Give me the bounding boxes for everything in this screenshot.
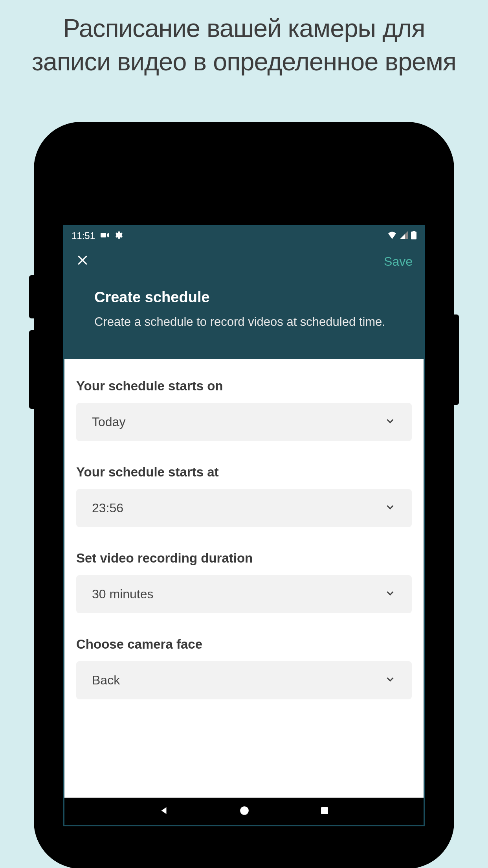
chevron-down-icon: [384, 501, 396, 515]
save-button[interactable]: Save: [384, 254, 416, 269]
phone-screen: 11:51: [63, 225, 425, 826]
form-group-start-date: Your schedule starts on Today: [76, 379, 412, 441]
gear-icon: [115, 231, 123, 241]
chevron-down-icon: [384, 415, 396, 428]
wifi-icon: [387, 231, 397, 241]
phone-frame: 11:51: [34, 122, 454, 868]
status-bar-right: [387, 231, 416, 241]
dropdown-value: 30 minutes: [92, 587, 154, 601]
battery-icon: [411, 231, 416, 241]
signal-icon: [400, 231, 408, 241]
camera-face-dropdown[interactable]: Back: [76, 661, 412, 699]
nav-back-button[interactable]: [159, 805, 169, 817]
form-group-start-time: Your schedule starts at 23:56: [76, 465, 412, 527]
page-subtitle: Create a schedule to record videos at sc…: [94, 313, 394, 331]
video-icon: [101, 232, 109, 240]
svg-rect-0: [101, 233, 106, 237]
form-group-duration: Set video recording duration 30 minutes: [76, 551, 412, 613]
form-label: Your schedule starts at: [76, 465, 412, 480]
dropdown-value: 23:56: [92, 501, 123, 515]
svg-point-5: [240, 806, 249, 815]
dropdown-value: Back: [92, 673, 120, 688]
duration-dropdown[interactable]: 30 minutes: [76, 575, 412, 613]
page-title: Create schedule: [94, 289, 394, 306]
chevron-down-icon: [384, 587, 396, 601]
form-group-camera-face: Choose camera face Back: [76, 637, 412, 699]
svg-rect-2: [411, 232, 416, 239]
phone-button-power: [454, 314, 459, 405]
status-bar-time: 11:51: [72, 230, 95, 241]
nav-home-button[interactable]: [239, 805, 250, 817]
start-time-dropdown[interactable]: 23:56: [76, 489, 412, 527]
form-label: Choose camera face: [76, 637, 412, 652]
promo-title: Расписание вашей камеры для записи видео…: [0, 0, 488, 86]
app-bar: Save: [64, 246, 424, 277]
dropdown-value: Today: [92, 415, 125, 429]
android-nav-bar: [64, 798, 424, 825]
form-label: Your schedule starts on: [76, 379, 412, 394]
phone-button-volume-2: [29, 330, 34, 409]
chevron-down-icon: [384, 673, 396, 687]
svg-rect-6: [321, 807, 328, 814]
status-bar-left: 11:51: [72, 230, 123, 241]
status-bar: 11:51: [64, 226, 424, 246]
form-label: Set video recording duration: [76, 551, 412, 566]
nav-recent-button[interactable]: [320, 806, 329, 817]
phone-button-volume: [29, 275, 34, 318]
header-section: Create schedule Create a schedule to rec…: [64, 277, 424, 359]
form-content: Your schedule starts on Today Your sched…: [64, 359, 424, 743]
start-date-dropdown[interactable]: Today: [76, 403, 412, 441]
close-button[interactable]: [76, 253, 89, 270]
